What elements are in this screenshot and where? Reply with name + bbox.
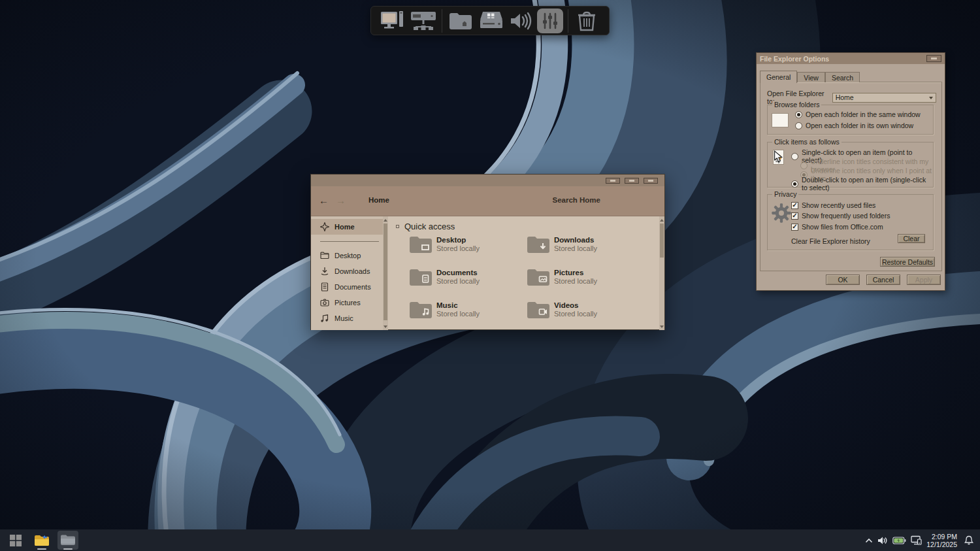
checkbox-office-files[interactable]: ✓ Show files from Office.com — [791, 223, 883, 231]
recycle-bin-icon[interactable] — [573, 8, 600, 33]
folder-desktop-icon — [409, 235, 433, 254]
group-legend: Privacy — [772, 190, 798, 198]
gray-folder-icon — [60, 534, 76, 546]
close-button[interactable] — [926, 55, 941, 62]
item-status: Stored locally — [436, 244, 480, 252]
sidebar-item-downloads[interactable]: Downloads — [311, 263, 383, 279]
quick-access-item-music[interactable]: MusicStored locally — [409, 300, 527, 333]
checkbox-icon: ✓ — [791, 202, 798, 209]
quick-access-item-desktop[interactable]: DesktopStored locally — [409, 235, 527, 267]
folder-documents-icon — [409, 267, 433, 287]
tab-view[interactable]: View — [797, 72, 825, 82]
item-name: Pictures — [554, 269, 597, 276]
maximize-button[interactable] — [625, 178, 639, 184]
quick-access-item-downloads[interactable]: DownloadsStored locally — [527, 235, 644, 267]
radio-own-window[interactable]: Open each folder in its own window — [795, 122, 913, 129]
sidebar-item-home[interactable]: Home — [311, 219, 383, 235]
ok-button[interactable]: OK — [826, 275, 860, 285]
sidebar-item-music[interactable]: Music — [311, 310, 383, 326]
close-button[interactable] — [644, 178, 658, 184]
network-icon[interactable] — [410, 8, 437, 33]
quick-access-item-videos[interactable]: VideosStored locally — [527, 300, 644, 333]
settings-mixer-icon[interactable] — [537, 8, 563, 33]
scroll-down-icon[interactable] — [383, 324, 388, 329]
radio-double-click[interactable]: Double-click to open an item (single-cli… — [791, 176, 933, 192]
tab-search[interactable]: Search — [825, 72, 860, 82]
sidebar-item-label: Documents — [335, 283, 371, 291]
os-drive-icon[interactable] — [477, 8, 504, 33]
apply-button[interactable]: Apply — [907, 275, 941, 285]
taskbar-app-explorer-options[interactable] — [31, 531, 52, 550]
clock[interactable]: 2:09 PM 12/1/2025 — [926, 533, 957, 548]
hidden-icons-chevron-icon[interactable] — [865, 538, 873, 543]
click-items-group: Click items as follows Single-click to o… — [767, 142, 934, 188]
file-explorer-window: ← → Home Search Home Home Desktop Downlo… — [310, 174, 665, 330]
section-collapse-icon[interactable] — [396, 225, 399, 228]
sidebar-scrollbar[interactable] — [383, 216, 388, 330]
explorer-navbar: ← → Home Search Home — [311, 186, 664, 216]
battery-icon[interactable] — [892, 537, 906, 544]
item-name: Desktop — [436, 236, 480, 244]
clock-date: 12/1/2025 — [926, 541, 957, 548]
radio-same-window[interactable]: Open each folder in the same window — [795, 110, 921, 118]
browse-folders-icon — [772, 113, 789, 127]
home-star-icon — [320, 222, 329, 231]
minimize-button[interactable] — [606, 178, 620, 184]
this-pc-icon[interactable] — [380, 8, 407, 33]
item-name: Videos — [554, 301, 597, 309]
breadcrumb[interactable]: Home — [368, 196, 389, 204]
back-icon[interactable]: ← — [319, 195, 329, 207]
dialog-tabs: General View Search — [760, 70, 860, 82]
privacy-group: Privacy ✓ Show recently used files — [767, 194, 934, 250]
sidebar-item-documents[interactable]: Documents — [311, 279, 383, 295]
cast-display-icon[interactable] — [911, 535, 922, 545]
sidebar-item-label: Downloads — [335, 267, 370, 275]
cancel-button[interactable]: Cancel — [866, 275, 900, 285]
scroll-up-icon[interactable] — [659, 217, 664, 223]
item-status: Stored locally — [554, 277, 597, 285]
tab-general[interactable]: General — [760, 71, 797, 83]
dialog-title: File Explorer Options — [760, 55, 829, 63]
start-button[interactable] — [5, 531, 26, 550]
quick-access-item-documents[interactable]: DocumentsStored locally — [409, 267, 527, 300]
file-explorer-options-dialog: File Explorer Options General View Searc… — [756, 52, 945, 291]
quick-access-item-pictures[interactable]: PicturesStored locally — [527, 267, 644, 300]
gear-icon — [771, 203, 792, 224]
item-name: Downloads — [554, 236, 597, 244]
scrollbar-thumb[interactable] — [384, 224, 387, 320]
restore-defaults-button[interactable]: Restore Defaults — [880, 257, 935, 267]
item-name: Music — [436, 301, 480, 309]
group-legend: Browse folders — [772, 101, 821, 109]
single-click-icon — [773, 150, 784, 165]
checkbox-recent-files[interactable]: ✓ Show recently used files — [791, 201, 875, 209]
scrollbar-thumb[interactable] — [660, 224, 664, 258]
scroll-down-icon[interactable] — [659, 324, 664, 329]
item-status: Stored locally — [436, 310, 480, 318]
folder-music-icon — [409, 300, 433, 320]
forward-icon[interactable]: → — [336, 195, 346, 207]
notifications-bell-icon[interactable] — [964, 535, 973, 545]
checkbox-frequent-folders[interactable]: ✓ Show frequently used folders — [791, 212, 890, 220]
running-indicator — [63, 548, 73, 550]
top-dock — [370, 6, 610, 35]
radio-label: Open each folder in the same window — [806, 110, 921, 118]
sidebar-item-desktop[interactable]: Desktop — [311, 248, 383, 263]
content-scrollbar[interactable] — [659, 216, 664, 330]
radio-icon — [791, 180, 798, 188]
checkbox-label: Show files from Office.com — [802, 223, 883, 231]
checkbox-icon: ✓ — [791, 224, 798, 231]
scroll-up-icon[interactable] — [383, 217, 388, 223]
windows-logo-icon — [10, 535, 22, 546]
taskbar-app-file-explorer[interactable] — [57, 531, 78, 550]
radio-icon — [795, 122, 802, 129]
volume-icon[interactable] — [507, 8, 534, 33]
dialog-titlebar: File Explorer Options — [757, 53, 945, 64]
item-status: Stored locally — [436, 277, 480, 285]
open-to-dropdown[interactable]: Home — [832, 93, 936, 103]
clear-button[interactable]: Clear — [898, 234, 925, 243]
user-folder-icon[interactable] — [447, 8, 474, 33]
volume-tray-icon[interactable] — [877, 536, 888, 545]
item-status: Stored locally — [554, 244, 597, 252]
sidebar-item-pictures[interactable]: Pictures — [311, 295, 383, 310]
search-input[interactable]: Search Home — [552, 196, 600, 204]
